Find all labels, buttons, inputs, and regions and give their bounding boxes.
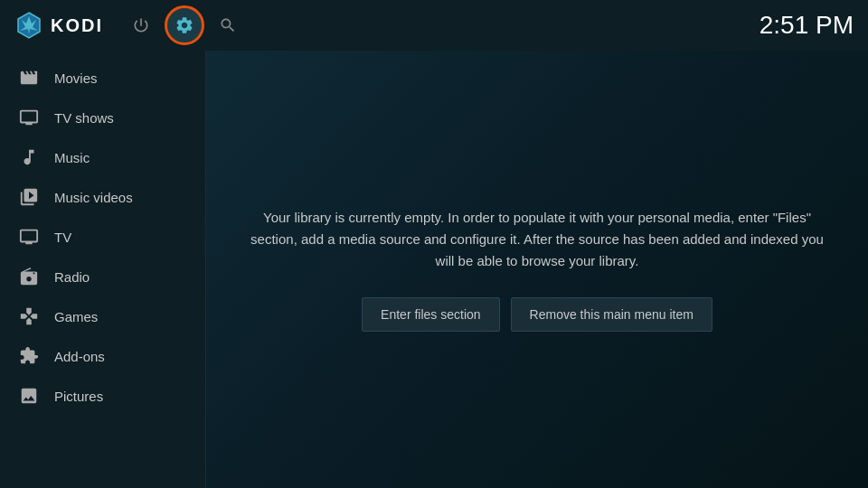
music-videos-icon <box>18 186 40 208</box>
kodi-logo: KODI <box>14 11 103 40</box>
music-icon <box>18 146 40 168</box>
action-buttons: Enter files section Remove this main men… <box>242 297 832 332</box>
sidebar-item-music-videos[interactable]: Music videos <box>0 177 205 217</box>
radio-label: Radio <box>54 269 90 285</box>
top-icons <box>121 5 248 45</box>
pictures-icon <box>18 385 40 407</box>
sidebar-item-radio[interactable]: Radio <box>0 257 205 296</box>
empty-library-message: Your library is currently empty. In orde… <box>242 207 832 272</box>
sidebar: Movies TV shows Music Music videos TV <box>0 51 206 488</box>
enter-files-button[interactable]: Enter files section <box>362 297 500 332</box>
music-label: Music <box>54 150 90 165</box>
tvshows-icon <box>18 107 40 128</box>
addons-label: Add-ons <box>54 349 105 364</box>
time-display: 2:51 PM <box>760 11 854 40</box>
sidebar-item-tvshows[interactable]: TV shows <box>0 98 205 137</box>
power-icon <box>132 16 150 34</box>
movies-label: Movies <box>54 70 98 86</box>
empty-library-box: Your library is currently empty. In orde… <box>242 207 832 332</box>
settings-icon <box>175 15 194 35</box>
settings-button[interactable] <box>165 5 204 45</box>
sidebar-item-pictures[interactable]: Pictures <box>0 376 205 416</box>
sidebar-item-tv[interactable]: TV <box>0 217 205 257</box>
addons-icon <box>18 345 40 367</box>
games-icon <box>18 305 40 327</box>
tv-label: TV <box>54 230 71 245</box>
sidebar-item-games[interactable]: Games <box>0 296 205 336</box>
top-bar: KODI 2:51 PM <box>0 0 868 51</box>
sidebar-item-movies[interactable]: Movies <box>0 58 205 98</box>
tv-icon <box>18 226 40 248</box>
games-label: Games <box>54 309 98 324</box>
music-videos-label: Music videos <box>54 190 133 205</box>
tvshows-label: TV shows <box>54 110 114 126</box>
content-area: Your library is currently empty. In orde… <box>206 51 868 488</box>
main-content: Movies TV shows Music Music videos TV <box>0 51 868 488</box>
search-button[interactable] <box>208 5 248 45</box>
power-button[interactable] <box>121 5 161 45</box>
sidebar-item-addons[interactable]: Add-ons <box>0 336 205 376</box>
movies-icon <box>18 67 40 89</box>
app-title: KODI <box>51 15 103 36</box>
pictures-label: Pictures <box>54 389 103 404</box>
search-icon <box>219 16 237 34</box>
sidebar-item-music[interactable]: Music <box>0 137 205 177</box>
remove-menu-item-button[interactable]: Remove this main menu item <box>511 297 712 332</box>
radio-icon <box>18 266 40 287</box>
kodi-icon <box>14 11 43 40</box>
